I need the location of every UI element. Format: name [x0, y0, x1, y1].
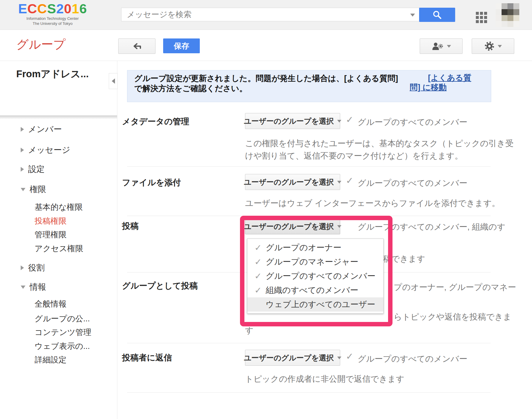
chevron-right-icon [21, 127, 24, 132]
check-icon: ✓ [346, 175, 353, 186]
menu-item-label: グループのすべてのメンバー [266, 270, 375, 282]
avatar-pixel [496, 15, 502, 21]
menu-item-2[interactable]: ✓グループのすべてのメンバー [247, 269, 383, 283]
logo-letter: E [18, 1, 27, 16]
avatar-pixel [513, 9, 519, 15]
attach-permission-dropdown[interactable]: ユーザーのグループを選択 [245, 174, 340, 190]
sidebar-item-label: メッセージ [28, 144, 70, 156]
sidebar-item-label: 役割 [28, 262, 45, 273]
row-divider [127, 343, 491, 343]
post-permission-value: グループのすべてのメンバー, 組織のす [358, 221, 523, 233]
save-button[interactable]: 保存 [163, 38, 200, 53]
sidebar-item-10[interactable]: 全般情報 [35, 299, 66, 309]
menu-item-0[interactable]: ✓グループのオーナー [247, 241, 383, 255]
menu-item-label: 組織のすべてのメンバー [266, 285, 358, 296]
back-button[interactable] [118, 38, 155, 54]
sidebar-item-7[interactable]: アクセス権限 [35, 244, 83, 254]
search-button[interactable] [419, 8, 455, 22]
sidebar-item-label: 詳細設定 [35, 354, 66, 365]
post-desc-fragment: 稿できます [383, 253, 425, 265]
avatar[interactable] [496, 3, 519, 27]
chevron-right-icon [21, 148, 24, 152]
settings-button[interactable] [472, 38, 514, 54]
avatar-pixel [513, 15, 519, 21]
row-label-attach-files: ファイルを添付 [122, 177, 181, 188]
sidebar-item-label: 基本的な権限 [35, 202, 83, 212]
avatar-pixel [507, 15, 513, 21]
avatar-pixel [502, 9, 507, 15]
chevron-down-icon [337, 120, 341, 123]
search-options-chevron-icon[interactable] [410, 14, 415, 17]
app-toolbar: グループ 保存 [0, 30, 532, 61]
sidebar-item-0[interactable]: メンバー [21, 124, 62, 134]
page-title: グループ [16, 36, 66, 53]
sidebar-item-5[interactable]: 投稿権限 [35, 216, 66, 226]
chevron-right-icon [21, 265, 24, 270]
row-divider [127, 216, 491, 216]
search-input[interactable] [121, 8, 420, 21]
avatar-pixel [496, 9, 502, 15]
sidebar-item-14[interactable]: 詳細設定 [35, 355, 66, 365]
menu-item-3[interactable]: ✓組織のすべてのメンバー [247, 283, 383, 297]
logo-letter: 0 [64, 1, 72, 16]
logo-subtitle-1: Information Technology Center [17, 16, 88, 21]
avatar-pixel [513, 3, 519, 9]
apps-grid-icon[interactable] [476, 12, 487, 23]
eccs2016-logo[interactable]: ECCS2016 Information Technology Center T… [17, 2, 88, 26]
sidebar-item-9[interactable]: 情報 [21, 282, 46, 292]
avatar-pixel [502, 21, 507, 27]
members-actions-button[interactable] [420, 38, 463, 54]
metadata-desc-line1: この権限を付与されたユーザーは、基本的なタスク（トピックの引き受 [245, 138, 513, 149]
logo-letter: C [27, 1, 37, 16]
menu-item-4[interactable]: ウェブ上のすべてのユーザー [247, 297, 383, 312]
avatar-pixel [507, 9, 513, 15]
faq-link-line1[interactable]: [よくある質 [428, 72, 471, 83]
faq-link-line2[interactable]: 問] に移動 [410, 82, 447, 93]
avatar-pixel [513, 21, 519, 27]
logo-letter: 6 [80, 1, 87, 16]
sidebar-item-12[interactable]: コンテンツ管理 [35, 327, 91, 337]
notification-text-line2: で解決方法をご確認ください。 [134, 83, 247, 94]
chevron-down-icon [337, 181, 341, 183]
sidebar-collapse-button[interactable] [109, 73, 118, 89]
check-icon: ✓ [254, 271, 266, 281]
sidebar-item-8[interactable]: 役割 [21, 263, 45, 273]
chevron-down-icon [337, 357, 341, 359]
avatar-pixel [502, 3, 507, 9]
post-permission-dropdown[interactable]: ユーザーのグループを選択 [245, 218, 340, 234]
sidebar-item-4[interactable]: 基本的な権限 [35, 202, 83, 212]
sidebar-item-label: 権限 [30, 184, 46, 195]
menu-item-label: ウェブ上のすべてのユーザー [266, 299, 375, 310]
metadata-permission-dropdown[interactable]: ユーザーのグループを選択 [245, 113, 340, 129]
logo-subtitle-2: The University of Tokyo [17, 21, 88, 26]
back-arrow-icon [131, 42, 143, 51]
sidebar-item-1[interactable]: メッセージ [21, 145, 70, 155]
row-label-reply-to-author: 投稿者に返信 [122, 352, 172, 363]
row-label-manage-metadata: メタデータの管理 [122, 116, 189, 127]
menu-item-1[interactable]: ✓グループのマネージャー [247, 255, 383, 269]
gear-icon [484, 41, 495, 51]
sidebar-divider [117, 61, 117, 419]
dropdown-selected-label: ユーザーのグループを選択 [244, 116, 334, 126]
top-header: ECCS2016 Information Technology Center T… [0, 0, 532, 30]
logo-letter: 1 [72, 1, 80, 16]
sidebar-item-3[interactable]: 権限 [21, 184, 46, 194]
sidebar-item-2[interactable]: 設定 [21, 164, 45, 174]
avatar-pixel [502, 15, 507, 21]
search-icon [432, 10, 442, 20]
avatar-pixel [496, 21, 502, 27]
sidebar-item-13[interactable]: ウェブ表示の... [35, 341, 90, 351]
dropdown-selected-label: ユーザーのグループを選択 [244, 177, 334, 187]
metadata-permission-value: グループのすべてのメンバー [358, 117, 467, 128]
sidebar-item-label: ウェブ表示の... [35, 341, 90, 352]
sidebar-item-label: グループの公... [35, 313, 90, 324]
row-divider [127, 392, 491, 393]
reply-permission-value: グループのすべてのメンバー [358, 353, 467, 365]
reply-permission-dropdown[interactable]: ユーザーのグループを選択 [245, 350, 340, 366]
dropdown-selected-label: ユーザーのグループを選択 [244, 353, 334, 363]
sidebar-item-11[interactable]: グループの公... [35, 314, 90, 324]
avatar-pixel [507, 21, 513, 27]
scroll-shadow [0, 115, 117, 119]
sidebar-item-label: 管理権限 [35, 229, 66, 240]
sidebar-item-6[interactable]: 管理権限 [35, 230, 66, 240]
